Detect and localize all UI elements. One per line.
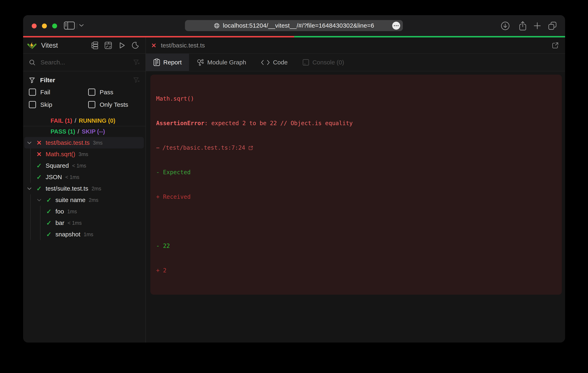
url-text: localhost:51204/__vitest__/#/?file=16484… <box>223 22 374 29</box>
module-graph-icon <box>196 59 204 66</box>
pass-icon: ✓ <box>34 186 44 192</box>
test-progress-bar <box>23 36 565 37</box>
run-all-icon[interactable] <box>118 41 126 50</box>
clear-search-filter-icon[interactable] <box>133 59 140 66</box>
indent-guide <box>30 171 31 183</box>
pass-icon: ✓ <box>44 208 54 215</box>
tree-row-suite-file[interactable]: ✓ test/suite.test.ts 2ms <box>24 183 146 194</box>
checkbox-box[interactable] <box>88 89 95 96</box>
sidebar: Vitest <box>23 37 146 342</box>
blank-line <box>156 217 556 226</box>
assertion-error-line: AssertionError: expected 2 to be 22 // O… <box>156 119 556 127</box>
pass-icon: ✓ <box>44 231 54 238</box>
open-file-header: ✕ test/basic.test.ts <box>146 37 565 54</box>
address-bar[interactable]: localhost:51204/__vitest__/#/?file=16484… <box>185 20 403 31</box>
minimize-window-button[interactable] <box>42 23 47 28</box>
indent-guide <box>30 206 31 217</box>
sidebar-header: Vitest <box>23 37 146 54</box>
view-tabs: Report Module Graph <box>146 54 565 71</box>
stack-file-link[interactable]: /test/basic.test.ts:7:24 <box>162 144 245 152</box>
tree-row-bar[interactable]: ✓ bar < 1ms <box>24 217 146 229</box>
tree-row-snapshot[interactable]: ✓ snapshot 1ms <box>24 229 146 240</box>
close-file-icon[interactable]: ✕ <box>151 42 156 49</box>
pass-icon: ✓ <box>34 174 44 180</box>
open-in-editor-icon[interactable] <box>248 145 253 151</box>
tab-code[interactable]: Code <box>253 54 295 71</box>
open-file-name: test/basic.test.ts <box>161 42 205 49</box>
summary-pass: PASS (1) <box>51 128 75 135</box>
checkbox-pass[interactable]: Pass <box>88 89 140 96</box>
diff-expected-value: - 22 <box>156 242 556 250</box>
checkbox-box[interactable] <box>88 101 95 108</box>
tree-row-math-sqrt[interactable]: ✕ Math.sqrt() 3ms <box>24 148 146 160</box>
search-input[interactable] <box>40 59 133 66</box>
checkbox-fail[interactable]: Fail <box>29 89 88 96</box>
dark-mode-icon[interactable] <box>131 41 139 50</box>
indent-guide <box>40 217 41 229</box>
share-icon[interactable] <box>518 21 527 31</box>
test-summary: FAIL (1) / RUNNING (0) PASS (1) / SKIP (… <box>23 115 146 137</box>
tests-tree-icon[interactable] <box>91 41 99 50</box>
report-icon <box>153 59 160 66</box>
error-report-panel: Math.sqrt() AssertionError: expected 2 t… <box>150 75 562 295</box>
tab-report[interactable]: Report <box>146 54 189 71</box>
globe-icon <box>214 22 220 29</box>
diff-expected-label: - Expected <box>156 168 556 176</box>
more-button[interactable] <box>392 22 400 30</box>
fail-icon: ✕ <box>34 140 44 146</box>
indent-guide <box>40 229 41 240</box>
code-icon <box>261 60 270 65</box>
indent-guide <box>40 206 41 217</box>
indent-guide <box>30 160 31 171</box>
browser-window: localhost:51204/__vitest__/#/?file=16484… <box>23 15 565 342</box>
open-external-icon[interactable] <box>551 41 559 50</box>
indent-guide <box>30 148 31 160</box>
new-tab-icon[interactable] <box>533 21 542 30</box>
filter-icon <box>29 77 35 83</box>
dashboard-icon[interactable] <box>104 41 112 50</box>
toolbar-divider <box>77 23 77 29</box>
search-bar <box>23 54 146 71</box>
checkbox-box[interactable] <box>29 89 36 96</box>
chevron-down-icon[interactable] <box>24 186 34 191</box>
checkbox-box[interactable] <box>29 101 36 108</box>
summary-skip: SKIP (--) <box>82 128 105 135</box>
close-window-button[interactable] <box>32 23 37 28</box>
tab-console[interactable]: Console (0) <box>295 54 351 71</box>
tabs-overview-icon[interactable] <box>548 21 557 31</box>
sidebar-toggle-icon[interactable] <box>64 21 75 30</box>
clear-filter-icon[interactable] <box>133 77 140 83</box>
filter-section: Filter Fail Pass <box>23 71 146 108</box>
zoom-window-button[interactable] <box>52 23 57 28</box>
app-title: Vitest <box>41 41 58 49</box>
indent-guide <box>30 217 31 229</box>
tab-module-graph[interactable]: Module Graph <box>189 54 253 71</box>
progress-pass-segment <box>294 36 565 37</box>
tree-row-basic-file[interactable]: ✕ test/basic.test.ts 3ms <box>24 137 144 148</box>
failed-test-name: Math.sqrt() <box>156 95 556 103</box>
stack-frame-line: −/test/basic.test.ts:7:24 <box>156 144 556 152</box>
chevron-down-icon[interactable] <box>24 140 34 145</box>
report-view: Math.sqrt() AssertionError: expected 2 t… <box>146 71 565 342</box>
tree-row-squared[interactable]: ✓ Squared < 1ms <box>24 160 146 171</box>
chevron-down-icon[interactable] <box>79 23 84 27</box>
tree-row-foo[interactable]: ✓ foo 1ms <box>24 206 146 217</box>
chevron-down-icon[interactable] <box>34 197 44 203</box>
download-icon[interactable] <box>501 21 510 31</box>
pass-icon: ✓ <box>44 220 54 226</box>
tree-row-suite-name[interactable]: ✓ suite name 2ms <box>24 194 146 206</box>
search-icon <box>29 59 36 66</box>
traffic-lights <box>32 23 57 28</box>
test-tree: ✕ test/basic.test.ts 3ms ✕ Math.sqrt() 3… <box>23 137 146 240</box>
progress-fail-segment <box>23 36 294 37</box>
diff-received-value: + 2 <box>156 267 556 275</box>
indent-guide <box>30 229 31 240</box>
console-icon <box>302 59 309 66</box>
checkbox-only-tests[interactable]: Only Tests <box>88 101 140 108</box>
checkbox-skip[interactable]: Skip <box>29 101 88 108</box>
main-panel: ✕ test/basic.test.ts <box>146 37 565 342</box>
summary-fail: FAIL (1) <box>51 117 72 124</box>
tree-row-json[interactable]: ✓ JSON < 1ms <box>24 171 146 183</box>
pass-icon: ✓ <box>34 163 44 169</box>
browser-chrome: localhost:51204/__vitest__/#/?file=16484… <box>23 15 565 36</box>
